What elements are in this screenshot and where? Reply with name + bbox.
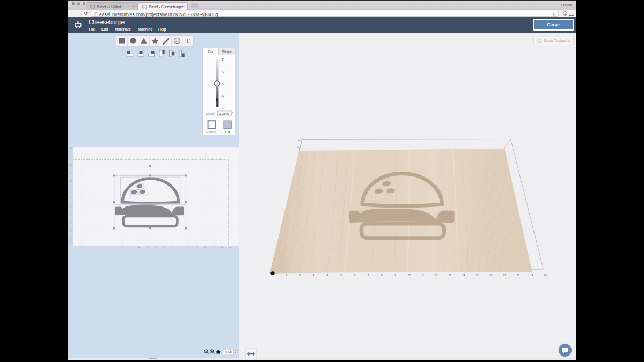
svg-text:Depth:: Depth: — [206, 112, 216, 115]
svg-text:2: 2 — [71, 230, 72, 232]
svg-text:5: 5 — [71, 205, 72, 208]
svg-text:13: 13 — [449, 274, 452, 277]
svg-text:17: 17 — [213, 247, 215, 249]
svg-text:12: 12 — [70, 147, 72, 150]
svg-text:12: 12 — [435, 274, 438, 277]
svg-text:10: 10 — [155, 247, 157, 249]
svg-text:8: 8 — [381, 274, 383, 277]
svg-text:15: 15 — [476, 274, 479, 277]
svg-text:7: 7 — [130, 247, 131, 249]
svg-text:18: 18 — [221, 247, 223, 249]
svg-text:6: 6 — [354, 274, 355, 277]
svg-text:?: ? — [564, 348, 566, 352]
svg-text:14: 14 — [188, 247, 190, 249]
svg-text:9: 9 — [147, 247, 148, 249]
svg-text:-0": -0" — [221, 58, 224, 61]
svg-text:3: 3 — [97, 247, 98, 249]
svg-text:Outline: Outline — [206, 130, 217, 134]
svg-text:1: 1 — [286, 274, 287, 277]
svg-text:-¹⁄₄": -¹⁄₄" — [221, 82, 225, 85]
svg-text:4: 4 — [106, 247, 107, 249]
svg-text:4: 4 — [71, 213, 72, 216]
svg-text:11: 11 — [297, 146, 299, 149]
svg-text:20: 20 — [544, 274, 547, 277]
svg-text:3: 3 — [313, 274, 314, 277]
svg-text:10: 10 — [70, 164, 72, 166]
svg-text:19: 19 — [229, 247, 231, 249]
svg-text:13: 13 — [179, 247, 181, 249]
svg-text:16: 16 — [489, 274, 493, 277]
svg-text:9: 9 — [71, 172, 72, 174]
svg-text:14: 14 — [462, 274, 465, 277]
svg-text:18: 18 — [517, 274, 520, 277]
svg-text:11: 11 — [421, 274, 424, 277]
svg-text:6: 6 — [122, 247, 123, 249]
svg-text:Fill: Fill — [225, 130, 230, 134]
svg-text:17: 17 — [503, 274, 506, 277]
svg-text:11: 11 — [163, 247, 165, 249]
svg-text:3: 3 — [71, 221, 72, 224]
svg-text:8: 8 — [138, 247, 140, 249]
svg-text:16: 16 — [204, 247, 207, 249]
svg-text:-¹⁄₂": -¹⁄₂" — [221, 106, 225, 109]
svg-text:-¹⁄₈": -¹⁄₈" — [221, 70, 225, 73]
svg-text:4: 4 — [326, 274, 328, 277]
svg-text:0.2549: 0.2549 — [219, 112, 229, 115]
svg-text:5: 5 — [340, 274, 342, 277]
svg-text:8: 8 — [71, 180, 72, 182]
svg-text:11: 11 — [70, 156, 72, 158]
svg-text:19: 19 — [530, 274, 533, 277]
svg-text:10: 10 — [408, 274, 411, 277]
svg-text:5: 5 — [114, 247, 115, 249]
svg-text:1: 1 — [80, 247, 82, 249]
svg-text:-³⁄₈": -³⁄₈" — [221, 94, 225, 98]
svg-text:": " — [232, 112, 233, 115]
svg-text:1: 1 — [71, 238, 72, 240]
svg-text:7: 7 — [368, 274, 369, 277]
svg-text:2: 2 — [89, 247, 90, 249]
svg-text:7: 7 — [71, 189, 72, 191]
svg-text:15: 15 — [196, 247, 198, 249]
svg-text:12: 12 — [298, 139, 301, 141]
svg-text:6: 6 — [71, 197, 72, 199]
svg-text:inch: inch — [226, 350, 232, 353]
svg-text:12: 12 — [171, 247, 173, 249]
svg-text:2: 2 — [299, 274, 301, 277]
svg-text:9: 9 — [394, 274, 396, 277]
